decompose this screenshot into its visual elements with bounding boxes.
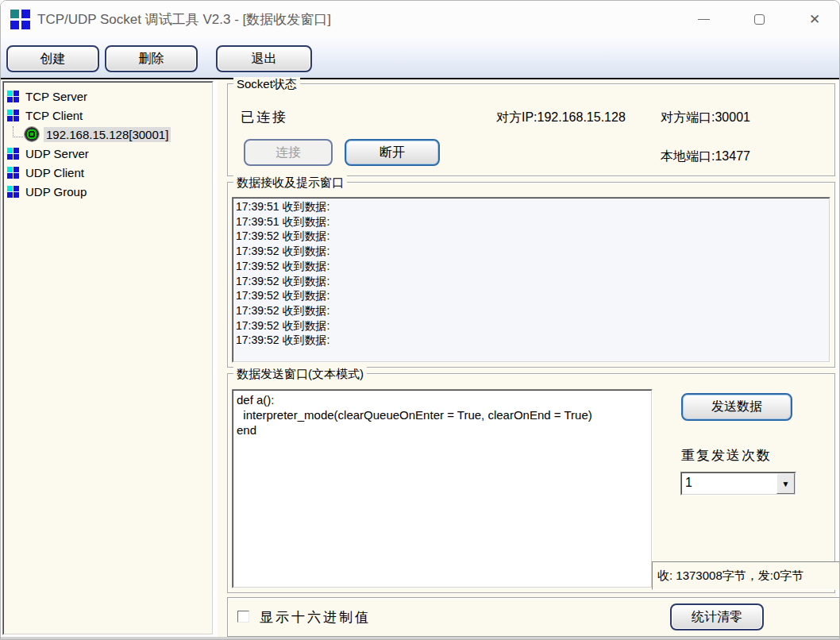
title-bar: TCP/UDP Socket 调试工具 V2.3 - [数据收发窗口] ✕ bbox=[1, 1, 840, 38]
disconnect-button[interactable]: 断开 bbox=[345, 139, 440, 166]
socket-grid-icon bbox=[7, 91, 19, 102]
socket-grid-icon bbox=[7, 167, 19, 179]
app-window: TCP/UDP Socket 调试工具 V2.3 - [数据收发窗口] ✕ 创建… bbox=[0, 0, 840, 640]
receive-log-text: 17:39:51 收到数据: 17:39:51 收到数据: 17:39:52 收… bbox=[233, 199, 829, 349]
byte-counter-box: 收: 1373008字节，发:0字节 bbox=[652, 561, 840, 590]
toolbar: 创建 删除 退出 bbox=[1, 38, 840, 79]
peer-ip-label: 对方IP:192.168.15.128 bbox=[496, 110, 626, 126]
send-text-box[interactable]: def a(): interpreter_mode(clearQueueOnEn… bbox=[232, 389, 653, 588]
send-text-content: def a(): interpreter_mode(clearQueueOnEn… bbox=[233, 391, 651, 439]
connect-button[interactable]: 连接 bbox=[244, 139, 333, 166]
receive-data-group: 数据接收及提示窗口 17:39:51 收到数据: 17:39:51 收到数据: … bbox=[227, 182, 835, 368]
app-icon bbox=[10, 10, 30, 29]
tree-item-label: UDP Group bbox=[25, 185, 87, 199]
window-bottom-edge bbox=[1, 637, 840, 640]
window-title: TCP/UDP Socket 调试工具 V2.3 - [数据收发窗口] bbox=[37, 10, 331, 29]
close-button[interactable]: ✕ bbox=[796, 6, 833, 32]
socket-grid-icon bbox=[7, 186, 19, 198]
tree-connector-line bbox=[13, 126, 23, 137]
receive-group-label: 数据接收及提示窗口 bbox=[233, 175, 347, 191]
minimize-icon bbox=[698, 19, 710, 20]
minimize-button[interactable] bbox=[685, 6, 722, 32]
tree-item[interactable]: UDP Client bbox=[7, 163, 210, 182]
repeat-count-value: 1 bbox=[682, 473, 776, 494]
window-right-margin bbox=[836, 79, 840, 561]
tree-item[interactable]: TCP Server bbox=[7, 87, 210, 106]
socket-status-group: Socket状态 已连接 对方IP:192.168.15.128 对方端口:30… bbox=[227, 83, 835, 176]
local-port-label: 本地端口:13477 bbox=[661, 148, 750, 165]
clear-stats-button[interactable]: 统计清零 bbox=[670, 603, 764, 630]
socket-grid-icon bbox=[7, 148, 19, 160]
connection-icon bbox=[25, 127, 39, 141]
maximize-button[interactable] bbox=[741, 6, 777, 32]
tree-item[interactable]: UDP Server bbox=[7, 144, 210, 163]
create-button[interactable]: 创建 bbox=[6, 45, 99, 72]
dropdown-button[interactable]: ▼ bbox=[776, 473, 795, 494]
connection-tree-panel: TCP ServerTCP Client192.168.15.128[30001… bbox=[2, 81, 214, 635]
hex-display-label: 显示十六进制值 bbox=[260, 608, 371, 627]
maximize-icon bbox=[754, 14, 765, 25]
tree-item[interactable]: TCP Client bbox=[7, 106, 210, 125]
peer-port-label: 对方端口:30001 bbox=[661, 110, 750, 126]
chevron-down-icon: ▼ bbox=[782, 480, 790, 488]
tree-item-label: UDP Client bbox=[25, 166, 84, 179]
close-icon: ✕ bbox=[809, 11, 820, 28]
tree-item-label: UDP Server bbox=[25, 147, 89, 160]
tree-item[interactable]: UDP Group bbox=[7, 182, 210, 201]
repeat-count-label: 重复发送次数 bbox=[681, 446, 772, 465]
receive-log-box[interactable]: 17:39:51 收到数据: 17:39:51 收到数据: 17:39:52 收… bbox=[232, 197, 830, 363]
byte-counter-text: 收: 1373008字节，发:0字节 bbox=[653, 562, 840, 588]
repeat-count-dropdown[interactable]: 1 ▼ bbox=[680, 472, 796, 495]
tree-item-label: TCP Server bbox=[25, 90, 87, 103]
send-data-button[interactable]: 发送数据 bbox=[681, 393, 792, 421]
socket-status-group-label: Socket状态 bbox=[233, 77, 300, 92]
send-group-label: 数据发送窗口(文本模式) bbox=[233, 367, 367, 382]
tree: TCP ServerTCP Client192.168.15.128[30001… bbox=[4, 83, 212, 201]
tree-item-label: 192.168.15.128[30001] bbox=[44, 127, 171, 142]
delete-button[interactable]: 删除 bbox=[105, 45, 198, 72]
exit-button[interactable]: 退出 bbox=[216, 45, 312, 72]
send-data-group: 数据发送窗口(文本模式) def a(): interpreter_mode(c… bbox=[227, 373, 835, 593]
bottom-option-bar: 显示十六进制值 统计清零 bbox=[227, 597, 840, 637]
socket-grid-icon bbox=[7, 110, 19, 121]
hex-display-checkbox[interactable] bbox=[237, 611, 249, 623]
tree-item-label: TCP Client bbox=[25, 109, 83, 122]
tree-item[interactable]: 192.168.15.128[30001] bbox=[7, 125, 210, 144]
connection-state-text: 已连接 bbox=[241, 108, 288, 126]
